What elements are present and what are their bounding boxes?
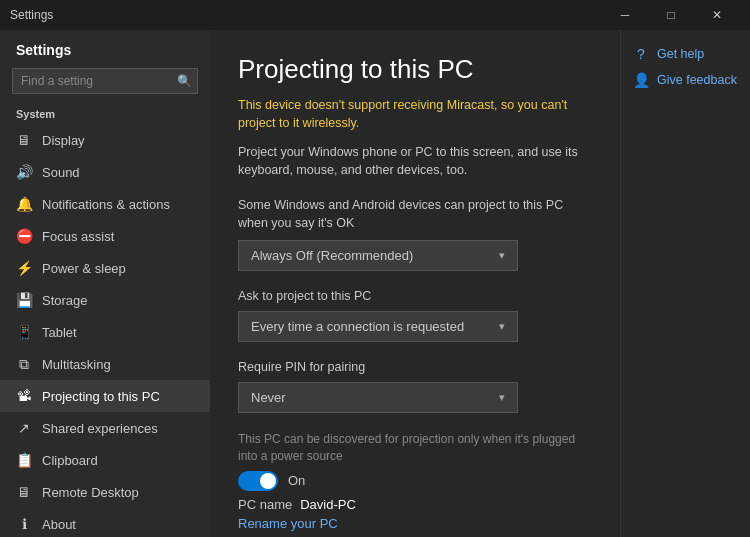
get-help-link[interactable]: ? Get help [633,46,738,62]
help-icon: ? [633,46,649,62]
section3-label: Require PIN for pairing [238,360,592,374]
minimize-button[interactable]: ─ [602,0,648,30]
dropdown2[interactable]: Every time a connection is requested ▾ [238,311,518,342]
about-icon: ℹ [16,516,32,532]
sidebar-search-container: 🔍 [12,68,198,94]
sidebar-item-label: Tablet [42,325,77,340]
sidebar-item-power[interactable]: ⚡ Power & sleep [0,252,210,284]
sidebar-item-label: Notifications & actions [42,197,170,212]
remote-icon: 🖥 [16,484,32,500]
dropdown1[interactable]: Always Off (Recommended) ▾ [238,240,518,271]
clipboard-icon: 📋 [16,452,32,468]
sound-icon: 🔊 [16,164,32,180]
sidebar-item-projecting[interactable]: 📽 Projecting to this PC [0,380,210,412]
sidebar-item-notifications[interactable]: 🔔 Notifications & actions [0,188,210,220]
sidebar-item-focus[interactable]: ⛔ Focus assist [0,220,210,252]
get-help-label: Get help [657,47,704,61]
sidebar-item-label: Power & sleep [42,261,126,276]
main-content: Projecting to this PC This device doesn'… [210,30,620,537]
search-icon: 🔍 [177,74,192,88]
sidebar-item-label: Remote Desktop [42,485,139,500]
pc-name-value: David-PC [300,497,356,512]
sidebar-item-remote[interactable]: 🖥 Remote Desktop [0,476,210,508]
storage-icon: 💾 [16,292,32,308]
section1-label: Some Windows and Android devices can pro… [238,197,592,232]
sidebar-item-sound[interactable]: 🔊 Sound [0,156,210,188]
sidebar-item-clipboard[interactable]: 📋 Clipboard [0,444,210,476]
search-input[interactable] [12,68,198,94]
sidebar-item-tablet[interactable]: 📱 Tablet [0,316,210,348]
power-icon: ⚡ [16,260,32,276]
sidebar-item-label: About [42,517,76,532]
shared-icon: ↗ [16,420,32,436]
sidebar-item-label: Projecting to this PC [42,389,160,404]
app-container: Settings 🔍 System 🖥 Display 🔊 Sound 🔔 No… [0,30,750,537]
dropdown3[interactable]: Never ▾ [238,382,518,413]
right-panel: ? Get help 👤 Give feedback [620,30,750,537]
sidebar-item-label: Sound [42,165,80,180]
titlebar: Settings ─ □ ✕ [0,0,750,30]
maximize-button[interactable]: □ [648,0,694,30]
sidebar-item-display[interactable]: 🖥 Display [0,124,210,156]
warning-text: This device doesn't support receiving Mi… [238,97,592,132]
sidebar-item-storage[interactable]: 💾 Storage [0,284,210,316]
titlebar-controls: ─ □ ✕ [602,0,740,30]
power-toggle[interactable] [238,471,278,491]
dropdown2-value: Every time a connection is requested [251,319,464,334]
give-feedback-link[interactable]: 👤 Give feedback [633,72,738,88]
focus-icon: ⛔ [16,228,32,244]
multitasking-icon: ⧉ [16,356,32,372]
rename-pc-link[interactable]: Rename your PC [238,516,592,531]
toggle-row: On [238,471,592,491]
chevron-down-icon2: ▾ [499,320,505,333]
sidebar-item-label: Multitasking [42,357,111,372]
sidebar-item-about[interactable]: ℹ About [0,508,210,537]
sidebar-item-label: Clipboard [42,453,98,468]
projecting-icon: 📽 [16,388,32,404]
sidebar-item-multitasking[interactable]: ⧉ Multitasking [0,348,210,380]
dropdown3-value: Never [251,390,286,405]
sidebar-section-label: System [0,102,210,124]
sidebar: Settings 🔍 System 🖥 Display 🔊 Sound 🔔 No… [0,30,210,537]
sidebar-item-label: Storage [42,293,88,308]
section2-label: Ask to project to this PC [238,289,592,303]
display-icon: 🖥 [16,132,32,148]
chevron-down-icon: ▾ [499,249,505,262]
sidebar-item-shared[interactable]: ↗ Shared experiences [0,412,210,444]
feedback-icon: 👤 [633,72,649,88]
sidebar-item-label: Display [42,133,85,148]
give-feedback-label: Give feedback [657,73,737,87]
tablet-icon: 📱 [16,324,32,340]
close-button[interactable]: ✕ [694,0,740,30]
toggle-label: On [288,473,305,488]
page-title: Projecting to this PC [238,54,592,85]
plugin-note: This PC can be discovered for projection… [238,431,588,465]
notifications-icon: 🔔 [16,196,32,212]
titlebar-title: Settings [10,8,602,22]
sidebar-item-label: Focus assist [42,229,114,244]
pc-name-label: PC name [238,497,292,512]
chevron-down-icon3: ▾ [499,391,505,404]
sidebar-item-label: Shared experiences [42,421,158,436]
description-text: Project your Windows phone or PC to this… [238,144,592,179]
pc-info-row: PC name David-PC [238,497,592,512]
sidebar-header: Settings [0,30,210,62]
dropdown1-value: Always Off (Recommended) [251,248,413,263]
